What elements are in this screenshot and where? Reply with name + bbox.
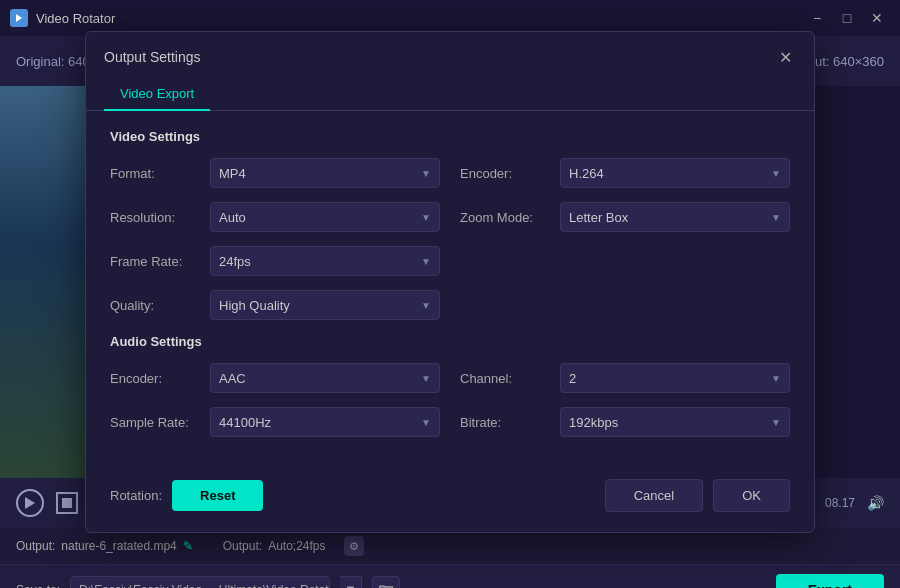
rotation-label: Rotation:	[110, 488, 162, 503]
format-group: Format: MP4 ▼	[110, 158, 440, 188]
settings-gear-icon[interactable]: ⚙	[344, 536, 364, 556]
quality-row: Quality: High Quality ▼	[110, 290, 790, 320]
ok-button[interactable]: OK	[713, 479, 790, 512]
resolution-dropdown-arrow: ▼	[421, 212, 431, 223]
audio-encoder-value: AAC	[219, 371, 246, 386]
settings-value: Auto;24fps	[268, 539, 325, 553]
output-file-name: nature-6_ratated.mp4	[61, 539, 176, 553]
zoom-mode-select[interactable]: Letter Box ▼	[560, 202, 790, 232]
encoder-label: Encoder:	[460, 166, 550, 181]
resolution-group: Resolution: Auto ▼	[110, 202, 440, 232]
audio-encoder-group: Encoder: AAC ▼	[110, 363, 440, 393]
frame-rate-select[interactable]: 24fps ▼	[210, 246, 440, 276]
zoom-mode-dropdown-arrow: ▼	[771, 212, 781, 223]
frame-rate-value: 24fps	[219, 254, 251, 269]
audio-settings-title: Audio Settings	[110, 334, 790, 349]
output-settings-dialog: Output Settings ✕ Video Export Video Set…	[85, 31, 815, 533]
cancel-button[interactable]: Cancel	[605, 479, 703, 512]
bitrate-select[interactable]: 192kbps ▼	[560, 407, 790, 437]
format-label: Format:	[110, 166, 200, 181]
save-to-label: Save to:	[16, 583, 60, 589]
dialog-tabs: Video Export	[86, 78, 814, 111]
quality-select[interactable]: High Quality ▼	[210, 290, 440, 320]
edit-icon[interactable]: ✎	[183, 539, 193, 553]
encoder-group: Encoder: H.264 ▼	[460, 158, 790, 188]
audio-encoder-dropdown-arrow: ▼	[421, 373, 431, 384]
channel-select[interactable]: 2 ▼	[560, 363, 790, 393]
channel-value: 2	[569, 371, 576, 386]
encoder-dropdown-arrow: ▼	[771, 168, 781, 179]
tab-video-export[interactable]: Video Export	[104, 78, 210, 111]
zoom-mode-label: Zoom Mode:	[460, 210, 550, 225]
maximize-button[interactable]: □	[834, 8, 860, 28]
dialog-header: Output Settings ✕	[86, 32, 814, 68]
play-button[interactable]	[16, 489, 44, 517]
sample-rate-group: Sample Rate: 44100Hz ▼	[110, 407, 440, 437]
dialog-close-button[interactable]: ✕	[774, 46, 796, 68]
channel-group: Channel: 2 ▼	[460, 363, 790, 393]
close-button[interactable]: ✕	[864, 8, 890, 28]
browse-folder-button[interactable]	[372, 576, 400, 589]
frame-rate-label: Frame Rate:	[110, 254, 200, 269]
time-display: 08.17	[825, 496, 855, 510]
rotation-label-area: Rotation: Reset	[110, 480, 263, 511]
audio-encoder-select[interactable]: AAC ▼	[210, 363, 440, 393]
svg-marker-0	[16, 14, 22, 22]
folder-dropdown-arrow[interactable]: ▼	[340, 576, 362, 589]
channel-label: Channel:	[460, 371, 550, 386]
app-icon	[10, 9, 28, 27]
bitrate-label: Bitrate:	[460, 415, 550, 430]
resolution-select[interactable]: Auto ▼	[210, 202, 440, 232]
status-bar: Output: nature-6_ratated.mp4 ✎ Output: A…	[0, 528, 900, 564]
sample-rate-label: Sample Rate:	[110, 415, 200, 430]
audio-encoder-channel-row: Encoder: AAC ▼ Channel: 2 ▼	[110, 363, 790, 393]
zoom-mode-value: Letter Box	[569, 210, 628, 225]
dialog-overlay: Output Settings ✕ Video Export Video Set…	[0, 86, 900, 478]
dialog-title: Output Settings	[104, 49, 201, 65]
encoder-select[interactable]: H.264 ▼	[560, 158, 790, 188]
encoder-value: H.264	[569, 166, 604, 181]
channel-dropdown-arrow: ▼	[771, 373, 781, 384]
export-button[interactable]: Export	[776, 574, 884, 589]
dialog-action-buttons: Cancel OK	[605, 479, 790, 512]
format-select[interactable]: MP4 ▼	[210, 158, 440, 188]
svg-marker-3	[25, 497, 35, 509]
main-area: Output Settings ✕ Video Export Video Set…	[0, 86, 900, 478]
format-value: MP4	[219, 166, 246, 181]
output-file-status: Output: nature-6_ratated.mp4 ✎	[16, 539, 193, 553]
frame-rate-dropdown-arrow: ▼	[421, 256, 431, 267]
frame-rate-row: Frame Rate: 24fps ▼	[110, 246, 790, 276]
zoom-mode-group: Zoom Mode: Letter Box ▼	[460, 202, 790, 232]
resolution-value: Auto	[219, 210, 246, 225]
bottom-toolbar: Save to: D:\Eassiy\Eassiy Video ... Ulti…	[0, 564, 900, 588]
app-title: Video Rotator	[36, 11, 115, 26]
audio-encoder-label: Encoder:	[110, 371, 200, 386]
folder-path-display: D:\Eassiy\Eassiy Video ... Ultimate\Vide…	[70, 576, 330, 589]
quality-label: Quality:	[110, 298, 200, 313]
output-settings-status: Output: Auto;24fps	[223, 539, 326, 553]
reset-button[interactable]: Reset	[172, 480, 263, 511]
resolution-zoom-row: Resolution: Auto ▼ Zoom Mode: Letter Box…	[110, 202, 790, 232]
quality-dropdown-arrow: ▼	[421, 300, 431, 311]
dialog-footer: Rotation: Reset Cancel OK	[86, 469, 814, 512]
dialog-content: Video Settings Format: MP4 ▼ Encoder: H.…	[86, 111, 814, 469]
settings-status-label: Output:	[223, 539, 262, 553]
format-encoder-row: Format: MP4 ▼ Encoder: H.264 ▼	[110, 158, 790, 188]
volume-icon[interactable]: 🔊	[867, 495, 884, 511]
video-settings-title: Video Settings	[110, 129, 790, 144]
output-status-label: Output:	[16, 539, 55, 553]
sample-rate-value: 44100Hz	[219, 415, 271, 430]
resolution-label: Resolution:	[110, 210, 200, 225]
format-dropdown-arrow: ▼	[421, 168, 431, 179]
sample-rate-bitrate-row: Sample Rate: 44100Hz ▼ Bitrate: 192kbps …	[110, 407, 790, 437]
quality-value: High Quality	[219, 298, 290, 313]
svg-rect-4	[62, 498, 72, 508]
frame-rate-group: Frame Rate: 24fps ▼	[110, 246, 440, 276]
bitrate-dropdown-arrow: ▼	[771, 417, 781, 428]
bitrate-group: Bitrate: 192kbps ▼	[460, 407, 790, 437]
sample-rate-select[interactable]: 44100Hz ▼	[210, 407, 440, 437]
stop-button[interactable]	[56, 492, 78, 514]
minimize-button[interactable]: −	[804, 8, 830, 28]
window-controls: − □ ✕	[804, 8, 890, 28]
sample-rate-dropdown-arrow: ▼	[421, 417, 431, 428]
